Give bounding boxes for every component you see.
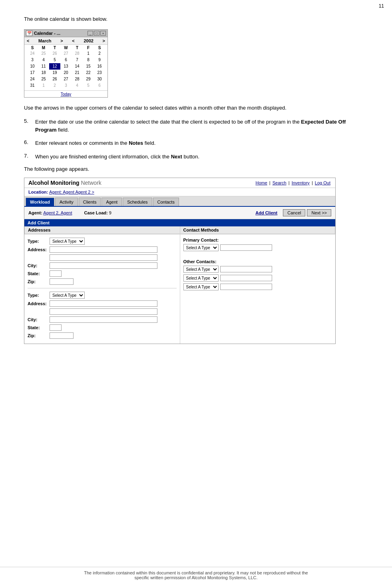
- calendar-day[interactable]: 15: [83, 63, 94, 70]
- other-type-select-3[interactable]: Select A Type: [183, 283, 219, 290]
- calendar-day[interactable]: 23: [94, 70, 105, 76]
- case-load: Case Load: 9: [84, 210, 111, 215]
- tab-activity[interactable]: Activity: [55, 198, 78, 206]
- footer-line2: specific written permission of Alcohol M…: [134, 575, 257, 580]
- nav-logout[interactable]: Log Out: [315, 180, 330, 185]
- addr1-address2-input[interactable]: [50, 254, 157, 261]
- addr1-address-input[interactable]: [50, 246, 157, 253]
- calendar-day[interactable]: 3: [27, 57, 38, 63]
- agent-name-link[interactable]: Agent 2, Agent: [43, 210, 72, 215]
- calendar-day[interactable]: 19: [49, 70, 60, 76]
- next-year-arrow[interactable]: >: [103, 38, 105, 43]
- calendar-day[interactable]: 27: [60, 50, 72, 57]
- calendar-day[interactable]: 10: [27, 63, 38, 70]
- tab-clients[interactable]: Clients: [79, 198, 101, 206]
- calendar-day[interactable]: 17: [27, 70, 38, 76]
- following-page-text: The following page appears.: [24, 166, 368, 172]
- addr1-state-input[interactable]: [50, 270, 62, 277]
- calendar-day[interactable]: 1: [83, 50, 94, 57]
- calendar-day[interactable]: 2: [94, 50, 105, 57]
- calendar-day[interactable]: 21: [72, 70, 83, 76]
- calendar-icon: 📅: [26, 30, 32, 36]
- other-contact-input-2[interactable]: [220, 275, 272, 281]
- calendar-weeks: 2425262728123456789101112131415161718192…: [27, 50, 105, 89]
- next-button[interactable]: Next >>: [307, 209, 331, 216]
- calendar-day[interactable]: 5: [83, 82, 94, 89]
- primary-contact-input[interactable]: [220, 244, 272, 251]
- form-area: Type: Select A Type Address: City:: [24, 234, 335, 344]
- calendar-day[interactable]: 28: [72, 76, 83, 82]
- prev-month-arrow[interactable]: <: [27, 38, 29, 43]
- calendar-day[interactable]: 11: [38, 63, 49, 70]
- calendar-day[interactable]: 31: [27, 82, 38, 89]
- calendar-day[interactable]: 4: [72, 82, 83, 89]
- calendar-day[interactable]: 29: [83, 76, 94, 82]
- location-value[interactable]: Agent: Agent Agent 2 >: [49, 190, 94, 194]
- calendar-day[interactable]: 24: [27, 76, 38, 82]
- restore-icon[interactable]: □: [94, 31, 99, 36]
- other-contact-input-1[interactable]: [220, 266, 272, 272]
- addr2-city-input[interactable]: [50, 316, 157, 323]
- calendar-day[interactable]: 3: [60, 82, 72, 89]
- calendar-day[interactable]: 20: [60, 70, 72, 76]
- calendar-day[interactable]: 7: [72, 57, 83, 63]
- addr1-city-input[interactable]: [50, 262, 157, 269]
- instruction-7: 7. When you are finished entering client…: [24, 153, 368, 161]
- calendar-day[interactable]: 6: [94, 82, 105, 89]
- instruction-5: 5. Enter the date or use the online cale…: [24, 118, 368, 134]
- prev-year-arrow[interactable]: <: [72, 38, 74, 43]
- other-type-select-1[interactable]: Select A Type: [183, 266, 219, 273]
- add-client-section-header: Add Client: [24, 219, 335, 226]
- addr1-zip-input[interactable]: [50, 278, 74, 285]
- other-contact-input-3[interactable]: [220, 284, 272, 290]
- tab-contacts[interactable]: Contacts: [153, 198, 179, 206]
- tab-workload[interactable]: Workload: [26, 198, 54, 206]
- calendar-day[interactable]: 13: [60, 63, 72, 70]
- tab-agent[interactable]: Agent: [101, 198, 122, 206]
- calendar-day[interactable]: 14: [72, 63, 83, 70]
- calendar-day[interactable]: 25: [38, 50, 49, 57]
- cancel-button[interactable]: Cancel: [283, 209, 305, 216]
- calendar-day[interactable]: 2: [49, 82, 60, 89]
- nav-inventory[interactable]: Inventory: [292, 180, 310, 185]
- calendar-day[interactable]: 9: [94, 57, 105, 63]
- page-footer: The information contained within this do…: [0, 567, 392, 580]
- calendar-day[interactable]: 24: [27, 50, 38, 57]
- calendar-day[interactable]: 6: [60, 57, 72, 63]
- calendar-day[interactable]: 5: [49, 57, 60, 63]
- calendar-day[interactable]: 16: [94, 63, 105, 70]
- calendar-day[interactable]: 25: [38, 76, 49, 82]
- calendar-day[interactable]: 1: [38, 82, 49, 89]
- addr2-type-select[interactable]: Select A Type: [50, 292, 85, 299]
- addr2-zip-input[interactable]: [50, 332, 74, 339]
- page-number: 11: [379, 3, 384, 9]
- next-month-arrow[interactable]: >: [60, 38, 63, 43]
- calendar-day[interactable]: 27: [60, 76, 72, 82]
- primary-type-select[interactable]: Select A Type: [183, 244, 219, 251]
- nav-search[interactable]: Search: [273, 180, 287, 185]
- nav-home[interactable]: Home: [255, 180, 267, 185]
- footer-line1: The information contained within this do…: [84, 570, 308, 575]
- calendar-day[interactable]: 8: [83, 57, 94, 63]
- calendar-week-row: 3456789: [27, 57, 105, 63]
- app-nav-links: Home | Search | Inventory | Log Out: [255, 180, 331, 185]
- tab-schedules[interactable]: Schedules: [123, 198, 152, 206]
- calendar-day[interactable]: 30: [94, 76, 105, 82]
- today-link[interactable]: Today: [61, 92, 72, 96]
- addr1-address2-row: [28, 254, 177, 261]
- addr2-address2-input[interactable]: [50, 308, 157, 315]
- calendar-day[interactable]: 12: [49, 63, 60, 70]
- addr1-type-select[interactable]: Select A Type: [50, 238, 85, 245]
- calendar-day[interactable]: 4: [38, 57, 49, 63]
- calendar-day[interactable]: 18: [38, 70, 49, 76]
- calendar-day[interactable]: 28: [72, 50, 83, 57]
- calendar-day[interactable]: 26: [49, 50, 60, 57]
- other-type-select-2[interactable]: Select A Type: [183, 274, 219, 282]
- add-client-link[interactable]: Add Client: [255, 210, 277, 215]
- addr2-state-input[interactable]: [50, 324, 62, 331]
- minimize-icon[interactable]: _: [88, 31, 93, 36]
- calendar-day[interactable]: 26: [49, 76, 60, 82]
- calendar-day[interactable]: 22: [83, 70, 94, 76]
- addr2-address-input[interactable]: [50, 300, 157, 307]
- close-icon[interactable]: ×: [100, 31, 106, 36]
